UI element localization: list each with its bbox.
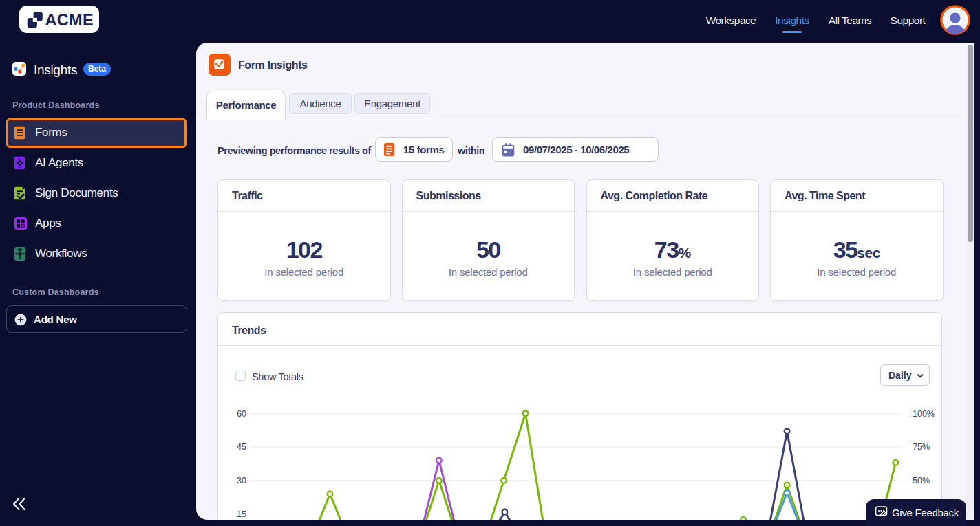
svg-text:ACME: ACME <box>45 11 94 29</box>
svg-text:100%: 100% <box>913 409 935 419</box>
svg-text:75%: 75% <box>913 442 930 452</box>
svg-text:30: 30 <box>237 476 246 485</box>
svg-text:45: 45 <box>237 442 246 452</box>
svg-text:50%: 50% <box>913 476 930 485</box>
svg-text:15: 15 <box>237 509 246 519</box>
svg-text:60: 60 <box>237 409 246 419</box>
